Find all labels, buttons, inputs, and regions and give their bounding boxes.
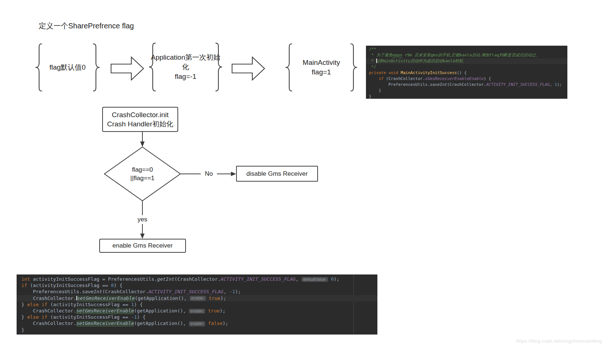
node-text-line: flag==0	[132, 165, 153, 174]
code-token: -1	[131, 314, 137, 320]
arrowhead-down-icon	[140, 234, 145, 239]
code-token: setGmsReceiverEnable	[77, 295, 135, 301]
code-token: 时机	[455, 59, 463, 63]
code-line: * 为了避免oppo r9m 且未安装gms的手机,拦截kaola启动,增加fl…	[369, 52, 567, 58]
code-token: 启动作为成功启动	[410, 59, 443, 63]
code-token: true	[208, 308, 219, 314]
block-arrow-icon	[111, 56, 145, 81]
code-token: ) {	[134, 302, 142, 307]
code-token: () {	[457, 70, 467, 75]
code-token: ) {	[114, 283, 122, 288]
code-token: (CrashCollector.	[447, 82, 486, 87]
param-hint-chip: enable:	[189, 321, 205, 326]
flow-box-disable-gms-receiver: disable Gms Receiver	[236, 166, 318, 182]
code-line: }	[21, 327, 377, 333]
code-token: flag	[490, 53, 499, 57]
edge-label-no: No	[201, 169, 217, 179]
code-token: else	[27, 302, 39, 307]
code-editor-snippet-mainactivity: /** * 为了避免oppo r9m 且未安装gms的手机,拦截kaola启动,…	[366, 46, 567, 99]
code-line: PreferencesUtils.saveInt(CrashCollector.…	[369, 82, 567, 88]
code-token: (activityInitSuccessFlag ==	[47, 302, 131, 307]
code-token: (getApplication(),	[134, 308, 189, 314]
code-token: 启动,增加	[472, 53, 490, 57]
code-token: 为了避免	[376, 53, 393, 57]
page-title: 定义一个SharePrefrence flag	[39, 21, 134, 31]
node-text-line: flag=1	[312, 67, 331, 77]
code-token	[39, 314, 42, 320]
decision-condition-text: flag==0||flag==1	[106, 162, 179, 185]
code-token: }	[21, 302, 27, 307]
code-token: if	[42, 314, 48, 320]
code-line: CrashCollector.setGmsReceiverEnable(getA…	[17, 295, 377, 301]
code-token: gms	[431, 53, 438, 57]
code-token: MainActivity	[381, 59, 410, 63]
code-token: ACTIVITY_INIT_SUCCESS_FLAG	[221, 276, 296, 282]
arrowhead-down-icon	[140, 141, 145, 147]
node-text-line: Crash Handler初始化	[107, 119, 173, 129]
flow-box-crashcollector-init: CrashCollector.initCrash Handler初始化	[102, 107, 178, 132]
code-token: ) {	[137, 314, 145, 320]
code-token: oppo	[393, 53, 402, 57]
param-hint-chip: enable:	[189, 309, 205, 314]
node-text-line: CrashCollector.init	[112, 110, 169, 119]
code-token: kaola	[443, 59, 455, 63]
code-token	[369, 76, 379, 81]
node-text-line: MainActivity	[302, 58, 340, 67]
right-brace-icon	[349, 43, 359, 92]
code-token: (activityInitSuccessFlag ==	[27, 283, 111, 288]
code-token: ) {	[484, 76, 491, 81]
code-token: (CrashCollector.	[102, 289, 148, 294]
code-token: activityInitSuccessFlag = PreferencesUti…	[30, 276, 157, 282]
code-token: saveInt	[82, 289, 102, 294]
code-token	[206, 295, 209, 301]
code-token: MainActivityInitSuccess	[401, 70, 457, 75]
code-line: PreferencesUtils.saveInt(CrashCollector.…	[21, 288, 377, 295]
code-token: ,	[296, 276, 302, 282]
right-brace-icon	[91, 43, 101, 92]
code-line: int activityInitSuccessFlag = Preference…	[21, 276, 377, 282]
code-line: if (CrashCollector.sGmsReceiverEnableEna…	[369, 76, 567, 82]
code-token: if	[42, 302, 48, 307]
param-hint-chip: defaultValue:	[301, 277, 328, 282]
code-token: int	[21, 276, 30, 282]
code-token: CrashCollector.	[21, 321, 76, 326]
code-token: true	[209, 295, 220, 301]
code-editor-snippet-flag-check: int activityInitSuccessFlag = Preference…	[17, 274, 377, 335]
code-token: (CrashCollector.	[384, 76, 425, 81]
code-token: setGmsReceiverEnable	[76, 308, 134, 314]
flow-node-mainactivity: MainActivityflag=1	[294, 43, 349, 92]
code-line: CrashCollector.setGmsReceiverEnable(getA…	[21, 320, 377, 326]
code-token: CrashCollector.	[21, 308, 76, 314]
code-token: }	[369, 88, 381, 93]
code-token: );	[235, 289, 241, 294]
code-token: setGmsReceiverEnable	[76, 321, 134, 326]
flow-node-application-init: Application第一次初始化flag=-1	[152, 42, 219, 92]
code-token: 1	[554, 82, 557, 87]
edge-label-yes: yes	[134, 215, 151, 224]
code-token: (activityInitSuccessFlag ==	[47, 314, 131, 320]
code-line: } else if (activityInitSuccessFlag == -1…	[21, 314, 377, 320]
code-token: *	[369, 53, 376, 57]
code-line: */	[369, 64, 567, 70]
code-token: PreferencesUtils.	[21, 289, 82, 294]
code-token: sGmsReceiverEnableEnable	[425, 76, 484, 81]
code-line: CrashCollector.setGmsReceiverEnable(getA…	[21, 308, 377, 314]
flow-node-flag-default: flag默认值0	[44, 43, 91, 92]
code-token: );	[219, 308, 225, 314]
code-token: else	[27, 314, 39, 320]
code-token: -1	[229, 289, 235, 294]
node-text-line: flag默认值0	[49, 63, 86, 72]
code-token: );	[220, 295, 226, 301]
code-line: /**	[369, 46, 567, 52]
code-token: }	[21, 327, 24, 333]
code-token: 0	[331, 276, 334, 282]
code-token: );	[557, 82, 562, 87]
code-token: 判断是否成功启动过,	[499, 53, 537, 57]
code-token: ACTIVITY_INIT_SUCCESS_FLAG	[148, 289, 224, 294]
code-token: CrashCollector.	[21, 295, 76, 301]
code-token: private	[369, 70, 386, 75]
code-token: kaola	[460, 53, 472, 57]
code-line: if (activityInitSuccessFlag == 0) {	[21, 282, 377, 288]
code-token: false	[208, 321, 222, 326]
node-text-line: Application第一次初始	[151, 53, 220, 62]
